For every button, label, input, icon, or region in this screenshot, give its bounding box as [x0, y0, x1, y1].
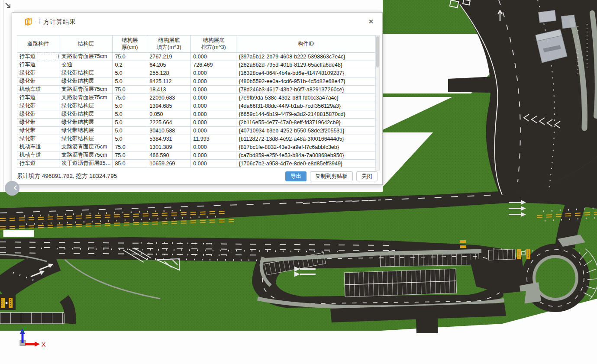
table-cell[interactable]: {b1128272-13d8-4e92-a48a-3f00166444d5} — [236, 135, 375, 143]
table-cell[interactable]: 绿化带结构层 — [59, 126, 113, 135]
column-header[interactable]: 结构层 厚(cm) — [113, 35, 147, 53]
table-cell[interactable]: {397a5b12-2b79-4608-b222-5398863c7e4c} — [236, 52, 375, 61]
scrollbar-thumb[interactable] — [376, 36, 379, 68]
table-cell[interactable]: 支路沥青面层75cm — [59, 143, 113, 151]
table-row[interactable]: 机动车道支路沥青面层75cm75.0466.5900.000{ca7bd859-… — [17, 151, 375, 159]
table-cell[interactable]: 75.0 — [113, 93, 147, 102]
table-cell[interactable]: {40710934-b3eb-4252-b550-58de2f205531} — [236, 126, 375, 135]
table-cell[interactable]: {262a8b2d-795d-401b-8129-65acffa6de48} — [236, 61, 375, 69]
table-row[interactable]: 绿化带绿化带结构层5.08425.1120.000{480b5592-ee0a-… — [17, 77, 375, 85]
table-cell[interactable]: {2b116e55-4e77-47a0-8eff-fd3719642cb9} — [236, 118, 375, 126]
table-cell[interactable]: 8425.112 — [147, 77, 191, 85]
close-button[interactable]: 关闭 — [356, 171, 378, 181]
table-cell[interactable]: 18.413 — [147, 85, 191, 93]
table-cell[interactable]: 0.000 — [191, 85, 236, 93]
export-button[interactable]: 导出 — [285, 171, 307, 181]
table-cell[interactable]: 支路沥青面层75cm — [59, 85, 113, 93]
table-cell[interactable]: 绿化带 — [17, 135, 59, 143]
table-row[interactable]: 绿化带绿化带结构层5.00.0500.000{6659c144-6b19-447… — [17, 110, 375, 118]
table-cell[interactable]: 5.0 — [113, 126, 147, 135]
table-cell[interactable]: 0.000 — [191, 69, 236, 77]
column-header[interactable]: 结构层底 填方(m^3) — [147, 35, 191, 53]
table-cell[interactable]: 0.000 — [191, 102, 236, 110]
table-cell[interactable]: 1394.685 — [147, 102, 191, 110]
table-cell[interactable]: 行车道 — [17, 52, 59, 61]
table-row[interactable]: 行车道交通0.264.205726.469{262a8b2d-795d-401b… — [17, 61, 375, 69]
table-cell[interactable]: 行车道 — [17, 93, 59, 102]
table-cell[interactable]: 0.000 — [191, 77, 236, 85]
table-row[interactable]: 绿化带绿化带结构层5.02225.6640.000{2b116e55-4e77-… — [17, 118, 375, 126]
table-cell[interactable]: 1301.389 — [147, 143, 191, 151]
table-cell[interactable]: 5384.931 — [147, 135, 191, 143]
table-cell[interactable]: 绿化带 — [17, 77, 59, 85]
table-cell[interactable]: 0.000 — [191, 151, 236, 159]
column-header[interactable]: 结构层 — [59, 35, 113, 53]
table-cell[interactable]: 绿化带结构层 — [59, 135, 113, 143]
table-cell[interactable]: 绿化带 — [17, 110, 59, 118]
table-cell[interactable]: 255.128 — [147, 69, 191, 77]
table-cell[interactable]: {1706c7b2-a958-4d7e-8de0-e8d85eff3949} — [236, 159, 375, 168]
table-cell[interactable]: 绿化带 — [17, 126, 59, 135]
table-cell[interactable]: 2767.219 — [147, 52, 191, 61]
column-header[interactable]: 道路构件 — [17, 35, 59, 53]
table-row[interactable]: 绿化带绿化带结构层5.05384.93111.993{b1128272-13d8… — [17, 135, 375, 143]
table-cell[interactable]: {4da66f31-88dc-44f9-b1ab-7cdf356129a3} — [236, 102, 375, 110]
table-cell[interactable]: {ca7bd859-e25f-4e53-b84a-7a00868eb950} — [236, 151, 375, 159]
table-cell[interactable]: 0.000 — [191, 93, 236, 102]
table-cell[interactable]: 绿化带结构层 — [59, 110, 113, 118]
table-cell[interactable]: 行车道 — [17, 61, 59, 69]
table-cell[interactable]: 0.000 — [191, 143, 236, 151]
copy-to-clipboard-button[interactable]: 复制到剪贴板 — [310, 171, 353, 181]
column-header[interactable]: 结构层底 挖方(m^3) — [191, 35, 236, 53]
table-cell[interactable]: 交通 — [59, 61, 113, 69]
table-cell[interactable]: 0.000 — [191, 118, 236, 126]
table-cell[interactable]: 5.0 — [113, 77, 147, 85]
table-cell[interactable]: 0.000 — [191, 52, 236, 61]
table-cell[interactable]: 机动车道 — [17, 85, 59, 93]
table-row[interactable]: 机动车道支路沥青面层75cm75.018.4130.000{78d246b3-4… — [17, 85, 375, 93]
table-cell[interactable]: {6659c144-6b19-4479-a3d2-2148815870cd} — [236, 110, 375, 118]
table-cell[interactable]: 11.993 — [191, 135, 236, 143]
table-cell[interactable]: {7e9fb9da-538c-43d2-b8ff-fd0cc3a47a4c} — [236, 93, 375, 102]
table-cell[interactable]: 支路沥青面层75cm — [59, 93, 113, 102]
panel-collapse-button[interactable] — [5, 181, 19, 196]
table-cell[interactable]: 绿化带结构层 — [59, 77, 113, 85]
table-cell[interactable]: 0.050 — [147, 110, 191, 118]
table-scrollbar[interactable] — [375, 35, 380, 171]
table-cell[interactable]: 机动车道 — [17, 143, 59, 151]
table-cell[interactable]: 75.0 — [113, 52, 147, 61]
table-cell[interactable]: 5.0 — [113, 110, 147, 118]
table-cell[interactable]: 绿化带结构层 — [59, 102, 113, 110]
table-row[interactable]: 绿化带绿化带结构层5.0255.1280.000{16328ce4-864f-4… — [17, 69, 375, 77]
table-row[interactable]: 绿化带绿化带结构层5.01394.6850.000{4da66f31-88dc-… — [17, 102, 375, 110]
close-icon[interactable]: ✕ — [367, 17, 375, 26]
table-cell[interactable]: 绿化带 — [17, 69, 59, 77]
table-cell[interactable]: 0.000 — [191, 159, 236, 168]
table-cell[interactable]: {78d246b3-4617-43b2-b6f7-a829137260ce} — [236, 85, 375, 93]
table-cell[interactable]: 0.2 — [113, 61, 147, 69]
table-cell[interactable]: 5.0 — [113, 135, 147, 143]
dialog-titlebar[interactable]: 土方计算结果 ✕ — [12, 13, 382, 31]
table-cell[interactable]: 64.205 — [147, 61, 191, 69]
table-cell[interactable]: 466.590 — [147, 151, 191, 159]
table-cell[interactable]: {817bc1fe-8832-43e3-a9ef-f7c6abbfc3eb} — [236, 143, 375, 151]
table-cell[interactable]: 10659.269 — [147, 159, 191, 168]
table-cell[interactable]: 2225.664 — [147, 118, 191, 126]
table-cell[interactable]: 绿化带 — [17, 102, 59, 110]
table-cell[interactable]: 绿化带 — [17, 118, 59, 126]
table-cell[interactable]: 85.0 — [113, 159, 147, 168]
table-cell[interactable]: 75.0 — [113, 143, 147, 151]
table-cell[interactable]: 支路沥青面层75cm — [59, 151, 113, 159]
table-cell[interactable]: 5.0 — [113, 69, 147, 77]
table-cell[interactable]: 绿化带结构层 — [59, 118, 113, 126]
table-row[interactable]: 行车道次干道沥青面层85…85.010659.2690.000{1706c7b2… — [17, 159, 375, 168]
column-header[interactable]: 构件ID — [236, 35, 375, 53]
table-cell[interactable]: {480b5592-ee0a-4cd6-951b-4c5d82e68e47} — [236, 77, 375, 85]
table-row[interactable]: 行车道支路沥青面层75cm75.02767.2190.000{397a5b12-… — [17, 52, 375, 61]
table-row[interactable]: 行车道支路沥青面层75cm75.022090.6830.000{7e9fb9da… — [17, 93, 375, 102]
table-cell[interactable]: 次干道沥青面层85… — [59, 159, 113, 168]
table-cell[interactable]: 机动车道 — [17, 151, 59, 159]
table-row[interactable]: 机动车道支路沥青面层75cm75.01301.3890.000{817bc1fe… — [17, 143, 375, 151]
table-cell[interactable]: 5.0 — [113, 118, 147, 126]
table-cell[interactable]: {16328ce4-864f-4b4a-bd6e-414748109287} — [236, 69, 375, 77]
